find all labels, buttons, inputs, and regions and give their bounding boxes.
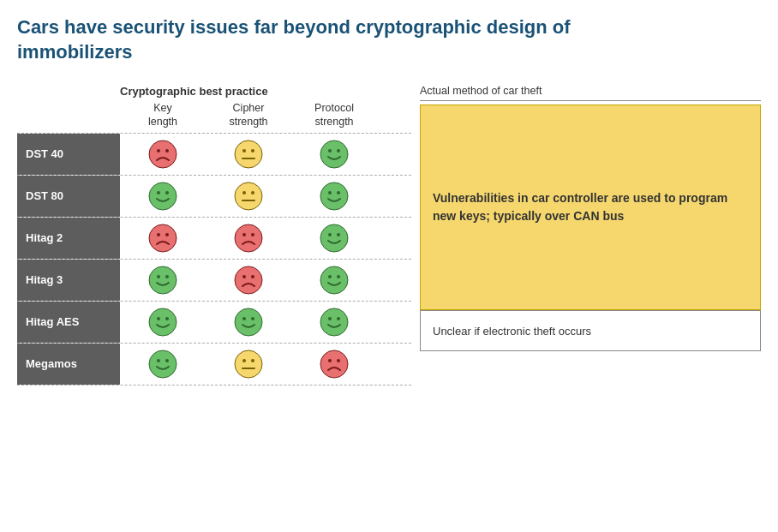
svg-point-36 bbox=[149, 308, 177, 336]
svg-point-34 bbox=[328, 275, 332, 278]
cell-cipher bbox=[206, 302, 291, 342]
cell-protocol bbox=[291, 302, 377, 342]
svg-point-30 bbox=[235, 266, 262, 294]
table-row: Hitag AES bbox=[17, 301, 411, 343]
row-label: Hitag AES bbox=[17, 302, 120, 343]
page-title: Cars have security issues far beyond cry… bbox=[17, 15, 600, 64]
cell-key bbox=[120, 218, 206, 258]
col-header-cipher: Cipherstrength bbox=[206, 101, 291, 129]
yellow-box: Vulnerabilities in car controller are us… bbox=[420, 105, 761, 310]
svg-point-26 bbox=[337, 233, 340, 236]
table-row: DST 80 bbox=[17, 175, 411, 217]
actual-method-header: Actual method of car theft bbox=[420, 85, 761, 101]
svg-point-47 bbox=[165, 359, 169, 362]
svg-point-27 bbox=[149, 266, 177, 294]
row-label: Hitag 2 bbox=[17, 218, 120, 259]
svg-point-46 bbox=[157, 359, 160, 362]
svg-point-38 bbox=[165, 317, 169, 320]
col-header-key: Keylength bbox=[120, 101, 206, 129]
svg-point-4 bbox=[242, 149, 246, 152]
cell-cipher bbox=[206, 218, 291, 258]
svg-point-25 bbox=[328, 233, 332, 236]
svg-point-51 bbox=[320, 350, 348, 378]
yellow-box-text: Vulnerabilities in car controller are us… bbox=[433, 189, 748, 225]
table-row: Megamos bbox=[17, 343, 411, 386]
row-label: Hitag 3 bbox=[17, 260, 120, 301]
svg-point-33 bbox=[320, 266, 348, 294]
svg-point-44 bbox=[337, 317, 340, 320]
svg-point-41 bbox=[251, 317, 254, 320]
table-row: Hitag 3 bbox=[17, 259, 411, 301]
svg-point-40 bbox=[242, 317, 246, 320]
cell-protocol bbox=[291, 218, 377, 258]
svg-point-43 bbox=[328, 317, 332, 320]
col-header-protocol: Protocolstrength bbox=[291, 101, 377, 129]
svg-point-14 bbox=[251, 191, 254, 194]
svg-point-20 bbox=[165, 233, 169, 236]
cell-cipher bbox=[206, 260, 291, 300]
cell-key bbox=[120, 176, 206, 216]
svg-point-45 bbox=[149, 350, 177, 378]
svg-point-13 bbox=[242, 191, 246, 194]
svg-point-9 bbox=[149, 182, 177, 210]
svg-point-24 bbox=[320, 224, 348, 252]
table-row: DST 40 bbox=[17, 133, 411, 175]
svg-point-48 bbox=[235, 350, 262, 378]
svg-point-21 bbox=[235, 224, 262, 252]
svg-point-37 bbox=[157, 317, 160, 320]
svg-point-29 bbox=[165, 275, 169, 278]
white-box: Unclear if electronic theft occurs bbox=[420, 310, 761, 351]
svg-point-6 bbox=[320, 140, 348, 168]
svg-point-0 bbox=[149, 140, 177, 168]
svg-point-10 bbox=[157, 191, 160, 194]
cell-protocol bbox=[291, 176, 377, 216]
row-label: DST 80 bbox=[17, 176, 120, 217]
best-practice-label: Cryptographic best practice bbox=[120, 85, 411, 98]
cell-cipher bbox=[206, 134, 291, 174]
svg-point-39 bbox=[235, 308, 262, 336]
cell-protocol bbox=[291, 134, 377, 174]
svg-point-22 bbox=[242, 233, 246, 236]
row-label: DST 40 bbox=[17, 134, 120, 175]
svg-point-19 bbox=[157, 233, 160, 236]
svg-point-28 bbox=[157, 275, 160, 278]
left-table: Cryptographic best practice Keylength Ci… bbox=[17, 85, 411, 386]
cell-key bbox=[120, 302, 206, 342]
svg-point-15 bbox=[320, 182, 348, 210]
svg-point-16 bbox=[328, 191, 332, 194]
white-box-text: Unclear if electronic theft occurs bbox=[433, 325, 591, 338]
svg-point-23 bbox=[251, 233, 254, 236]
svg-point-8 bbox=[337, 149, 340, 152]
cell-protocol bbox=[291, 260, 377, 300]
table-row: Hitag 2 bbox=[17, 217, 411, 259]
svg-point-1 bbox=[157, 149, 160, 152]
svg-point-42 bbox=[320, 308, 348, 336]
row-label: Megamos bbox=[17, 344, 120, 385]
cell-protocol bbox=[291, 344, 377, 384]
table-rows: DST 40 DST 80 bbox=[17, 133, 411, 386]
svg-point-11 bbox=[165, 191, 169, 194]
main-content: Cryptographic best practice Keylength Ci… bbox=[17, 85, 761, 386]
svg-point-5 bbox=[251, 149, 254, 152]
svg-point-32 bbox=[251, 275, 254, 278]
svg-point-18 bbox=[149, 224, 177, 252]
svg-point-49 bbox=[242, 359, 246, 362]
svg-point-3 bbox=[235, 140, 262, 168]
svg-point-52 bbox=[328, 359, 332, 362]
svg-point-31 bbox=[242, 275, 246, 278]
svg-point-2 bbox=[165, 149, 169, 152]
svg-point-35 bbox=[337, 275, 340, 278]
column-headers: Keylength Cipherstrength Protocolstrengt… bbox=[17, 101, 411, 129]
cell-cipher bbox=[206, 344, 291, 384]
svg-point-12 bbox=[235, 182, 262, 210]
cell-cipher bbox=[206, 176, 291, 216]
svg-point-50 bbox=[251, 359, 254, 362]
cell-key bbox=[120, 344, 206, 384]
right-section: Actual method of car theft Vulnerabiliti… bbox=[420, 85, 761, 351]
svg-point-7 bbox=[328, 149, 332, 152]
cell-key bbox=[120, 260, 206, 300]
svg-point-17 bbox=[337, 191, 340, 194]
svg-point-53 bbox=[337, 359, 340, 362]
cell-key bbox=[120, 134, 206, 174]
